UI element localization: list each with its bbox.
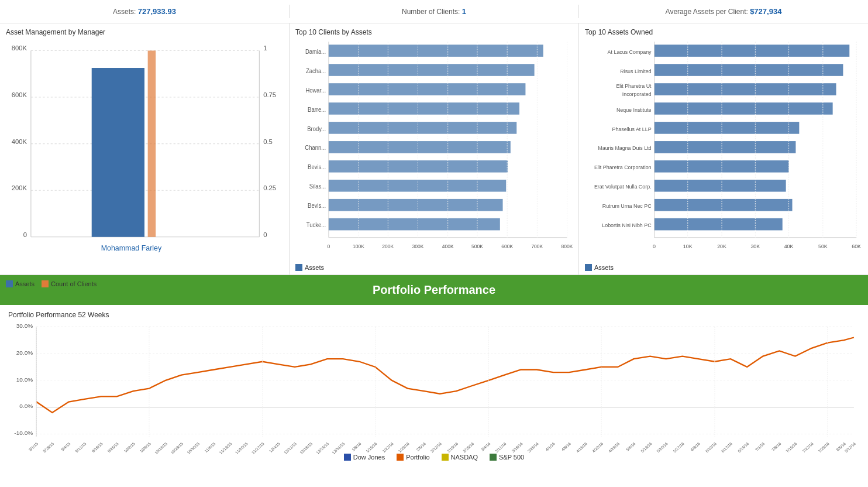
bar-client-6 bbox=[329, 141, 511, 153]
svg-text:10.0%: 10.0% bbox=[16, 376, 33, 382]
svg-text:12/11/15: 12/11/15 bbox=[283, 441, 298, 455]
chart1-area: 800K 600K 400K 200K 0 1 0.75 0.5 0.25 0 bbox=[6, 39, 283, 278]
pp-chart-title: Portfolio Performance 52 Weeks bbox=[8, 311, 860, 319]
svg-text:1/8/16: 1/8/16 bbox=[351, 441, 362, 451]
kpi-assets-label: Assets: bbox=[113, 8, 136, 16]
svg-text:At Lacus Company: At Lacus Company bbox=[608, 49, 652, 55]
svg-text:0.0%: 0.0% bbox=[19, 403, 33, 409]
pp-chart-area: 30.0% 20.0% 10.0% 0.0% -10.0% 8/1/15 8/2… bbox=[8, 321, 860, 450]
chart2-area: Damia... Zacha... Howar... Barre... Brod… bbox=[295, 39, 573, 262]
chart1-svg: 800K 600K 400K 200K 0 1 0.75 0.5 0.25 0 bbox=[6, 39, 283, 278]
svg-text:Neque Institute: Neque Institute bbox=[616, 107, 652, 112]
chart-top10-assets: Top 10 Assets Owned At Lacus Company Ris… bbox=[579, 23, 868, 275]
legend-assets: Assets bbox=[6, 280, 35, 287]
svg-text:20K: 20K bbox=[717, 244, 726, 249]
svg-text:Barre...: Barre... bbox=[308, 106, 326, 112]
legend-portfolio: Portfolio bbox=[397, 454, 429, 461]
svg-text:2/12/16: 2/12/16 bbox=[430, 441, 443, 453]
svg-text:6/3/16: 6/3/16 bbox=[690, 441, 701, 451]
bar-asset-3 bbox=[655, 83, 836, 95]
svg-text:100K: 100K bbox=[353, 244, 364, 249]
svg-text:3/18/16: 3/18/16 bbox=[511, 441, 523, 453]
legend-portfolio-label: Portfolio bbox=[406, 454, 429, 461]
svg-text:Elit Pharetra Ut: Elit Pharetra Ut bbox=[616, 83, 652, 89]
svg-text:7/29/16: 7/29/16 bbox=[817, 441, 830, 453]
svg-text:10/30/15: 10/30/15 bbox=[186, 441, 201, 455]
svg-text:5/27/16: 5/27/16 bbox=[672, 441, 685, 453]
legend-dow-box bbox=[344, 454, 351, 461]
bar-asset-4 bbox=[655, 102, 833, 115]
bar-client-8 bbox=[329, 180, 506, 192]
kpi-bar: Assets: 727,933.93 Number of Clients: 1 … bbox=[0, 0, 868, 23]
kpi-clients: Number of Clients: 1 bbox=[290, 5, 579, 18]
bar-asset-1 bbox=[655, 44, 850, 57]
svg-text:800K: 800K bbox=[562, 244, 573, 249]
legend-portfolio-box bbox=[397, 454, 404, 461]
svg-text:9/4/15: 9/4/15 bbox=[60, 441, 71, 451]
svg-text:7/22/16: 7/22/16 bbox=[801, 441, 814, 453]
svg-text:5/6/16: 5/6/16 bbox=[625, 441, 636, 451]
chart-asset-management: Asset Management by Manager 800K 600K 40… bbox=[0, 23, 290, 275]
chart-top10-clients: Top 10 Clients by Assets Damia... Zacha.… bbox=[290, 23, 579, 275]
kpi-assets-value: 727,933.93 bbox=[138, 7, 176, 16]
svg-text:2/26/16: 2/26/16 bbox=[462, 441, 475, 453]
svg-text:6/17/16: 6/17/16 bbox=[721, 441, 733, 453]
svg-text:4/29/16: 4/29/16 bbox=[608, 441, 621, 453]
svg-text:10/23/15: 10/23/15 bbox=[170, 441, 184, 455]
legend-dow: Dow Jones bbox=[344, 454, 385, 461]
svg-text:1/29/16: 1/29/16 bbox=[397, 441, 410, 453]
svg-text:7/1/16: 7/1/16 bbox=[755, 441, 766, 451]
svg-text:Brody...: Brody... bbox=[307, 125, 326, 132]
svg-text:Erat Volutpat Nulla Corp.: Erat Volutpat Nulla Corp. bbox=[594, 184, 652, 190]
svg-text:Mauris Magna Duis Ltd: Mauris Magna Duis Ltd bbox=[598, 145, 651, 151]
svg-text:9/11/15: 9/11/15 bbox=[74, 441, 87, 453]
svg-text:300K: 300K bbox=[412, 244, 424, 249]
svg-text:Tucke...: Tucke... bbox=[306, 222, 326, 228]
svg-text:20.0%: 20.0% bbox=[16, 349, 33, 355]
svg-text:500K: 500K bbox=[471, 244, 483, 249]
legend3-assets-box bbox=[585, 264, 592, 271]
legend-count-label: Count of Clients bbox=[51, 280, 97, 287]
svg-text:6/10/16: 6/10/16 bbox=[705, 441, 718, 453]
svg-text:7/15/16: 7/15/16 bbox=[785, 441, 798, 453]
svg-text:400K: 400K bbox=[12, 138, 27, 145]
svg-text:12/24/15: 12/24/15 bbox=[315, 441, 330, 455]
legend-sp500-box bbox=[490, 454, 497, 461]
svg-text:5/20/16: 5/20/16 bbox=[656, 441, 669, 453]
svg-text:200K: 200K bbox=[382, 244, 394, 249]
svg-text:12/18/15: 12/18/15 bbox=[299, 441, 314, 455]
legend-nasdaq-label: NASDAQ bbox=[451, 454, 478, 461]
svg-text:11/13/15: 11/13/15 bbox=[218, 441, 233, 455]
svg-text:Rutrum Urna Nec PC: Rutrum Urna Nec PC bbox=[602, 203, 652, 209]
svg-text:4/1/16: 4/1/16 bbox=[545, 441, 556, 451]
svg-text:3/11/16: 3/11/16 bbox=[494, 441, 507, 453]
svg-text:Howar...: Howar... bbox=[305, 87, 326, 93]
svg-text:4/22/16: 4/22/16 bbox=[591, 441, 604, 453]
portfolio-line bbox=[36, 338, 854, 413]
chart3-legend: Assets bbox=[585, 264, 862, 271]
svg-text:600K: 600K bbox=[501, 244, 513, 249]
svg-text:1/15/16: 1/15/16 bbox=[365, 441, 378, 453]
charts-row: Asset Management by Manager 800K 600K 40… bbox=[0, 23, 868, 275]
svg-text:Mohammad Farley: Mohammad Farley bbox=[101, 244, 162, 252]
kpi-clients-label: Number of Clients: bbox=[402, 8, 460, 16]
bar-client-4 bbox=[329, 102, 519, 115]
svg-text:Chann...: Chann... bbox=[305, 145, 326, 151]
bar-asset-10 bbox=[655, 218, 783, 231]
svg-text:50K: 50K bbox=[818, 244, 828, 249]
svg-text:700K: 700K bbox=[531, 244, 543, 249]
chart2-svg: Damia... Zacha... Howar... Barre... Brod… bbox=[295, 39, 573, 262]
pp-legend: Dow Jones Portfolio NASDAQ S&P 500 bbox=[8, 454, 860, 461]
bar-count bbox=[148, 50, 156, 236]
kpi-clients-value: 1 bbox=[462, 7, 466, 16]
svg-text:2/5/16: 2/5/16 bbox=[415, 441, 426, 451]
svg-text:Bevis...: Bevis... bbox=[308, 164, 326, 170]
kpi-avg: Average Assets per Client: $727,934 bbox=[579, 5, 868, 18]
bar-client-3 bbox=[329, 83, 526, 95]
legend-assets-label: Assets bbox=[15, 280, 35, 287]
svg-text:Silas...: Silas... bbox=[309, 183, 326, 190]
svg-text:400K: 400K bbox=[442, 244, 454, 249]
legend-nasdaq-box bbox=[442, 454, 449, 461]
svg-text:5/13/16: 5/13/16 bbox=[640, 441, 653, 453]
svg-text:11/27/15: 11/27/15 bbox=[251, 441, 266, 455]
